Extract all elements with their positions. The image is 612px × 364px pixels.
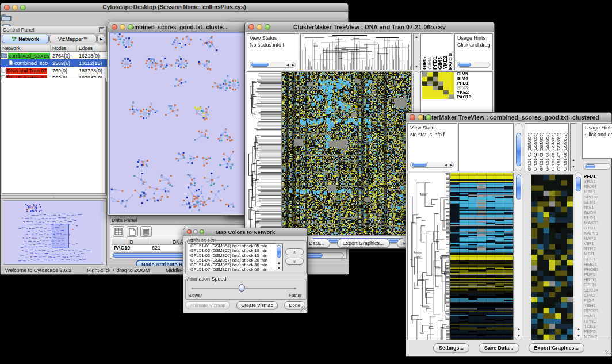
column-label[interactable]: GPL51-01 (GSM854) bbox=[527, 133, 533, 171]
tab-network[interactable]: Network bbox=[2, 35, 49, 43]
float-panel-icon[interactable] bbox=[99, 27, 104, 33]
column-label[interactable]: GPL51-02 (GSM855) bbox=[533, 133, 538, 171]
scroll-right-icon[interactable]: ▶ bbox=[450, 163, 453, 167]
gene-label[interactable]: GTB1 bbox=[584, 225, 611, 231]
network-row[interactable]: combined_scores 2764(0) 16218(0) bbox=[1, 52, 107, 59]
gene-label[interactable]: HMG1 bbox=[584, 262, 611, 267]
treeview-action-button[interactable]: Save Data... bbox=[479, 343, 519, 352]
gene-label[interactable]: HRD3 bbox=[584, 277, 611, 282]
gene-label[interactable]: MAK31 bbox=[584, 220, 611, 225]
gene-label[interactable]: PEP5 bbox=[584, 329, 611, 334]
scroll-up-icon[interactable]: ▲ bbox=[517, 327, 521, 331]
column-dendrogram-panel[interactable] bbox=[300, 33, 412, 70]
move-down-button[interactable]: ∨ bbox=[285, 258, 304, 265]
zoom-window-icon[interactable] bbox=[20, 5, 26, 10]
minimize-icon[interactable] bbox=[12, 5, 18, 10]
tv2-dendro-canvas[interactable] bbox=[408, 173, 449, 340]
close-icon[interactable] bbox=[112, 24, 117, 30]
scroll-up-icon[interactable]: ▲ bbox=[415, 35, 418, 39]
column-label[interactable]: GPL51-08 (GSM872) bbox=[563, 133, 568, 171]
zoom-window-icon[interactable] bbox=[200, 229, 204, 234]
resize-grip[interactable] bbox=[301, 306, 307, 312]
minimize-icon[interactable] bbox=[257, 24, 262, 30]
minimize-icon[interactable] bbox=[120, 24, 125, 30]
column-label[interactable]: GPL51-03 (GSM856) bbox=[539, 133, 545, 171]
gene-label[interactable]: MON2 bbox=[584, 334, 611, 339]
network-view-canvas-area[interactable] bbox=[109, 32, 246, 214]
scroll-down-icon[interactable]: ▼ bbox=[415, 65, 418, 68]
label-scroll-strip[interactable]: ▲ ▼ bbox=[570, 123, 576, 171]
gene-label[interactable]: PHO81 bbox=[584, 267, 611, 272]
gene-label[interactable]: YRA1 bbox=[584, 179, 611, 184]
treeview-action-button[interactable]: Export Graphics... bbox=[529, 343, 585, 352]
gene-label[interactable]: MSL1 bbox=[584, 189, 611, 194]
gene-label[interactable]: RPN1 bbox=[584, 319, 611, 324]
column-label[interactable]: GPL51-04 (GSM857) bbox=[545, 133, 550, 171]
gene-label[interactable]: ELG1 bbox=[584, 215, 611, 220]
new-attribute-icon[interactable] bbox=[127, 226, 138, 237]
minimize-icon[interactable] bbox=[193, 229, 198, 234]
row-label[interactable]: PAC10 bbox=[457, 95, 471, 99]
gene-label[interactable]: RNR4 bbox=[584, 184, 611, 189]
zoom-window-icon[interactable] bbox=[265, 24, 270, 30]
heatmap-vscrollbar[interactable]: ▲ ▼ bbox=[515, 173, 522, 340]
column-label[interactable]: GPL51-07 (GSM868) bbox=[556, 133, 562, 171]
attribute-list-vscrollbar[interactable]: ▲ ▼ bbox=[276, 243, 282, 271]
tv2-heatmap-canvas[interactable] bbox=[450, 173, 513, 340]
panel-divider-handle[interactable]: ⁃ bbox=[1, 195, 107, 199]
gene-label[interactable]: YSH1 bbox=[584, 303, 611, 308]
gene-label[interactable]: CPA2 bbox=[584, 293, 611, 298]
scroll-down-icon[interactable]: ▼ bbox=[277, 266, 281, 270]
row-dendrogram-panel[interactable] bbox=[407, 173, 450, 340]
gene-label[interactable]: SEC1 bbox=[584, 256, 611, 262]
gene-label[interactable]: GPI16 bbox=[584, 282, 611, 288]
scroll-up-icon[interactable]: ▲ bbox=[277, 261, 281, 265]
scroll-left-icon[interactable]: ◀ bbox=[286, 63, 289, 67]
scroll-down-icon[interactable]: ▼ bbox=[517, 334, 521, 338]
scroll-left-icon[interactable]: ◀ bbox=[445, 163, 447, 167]
gene-label[interactable]: PUF3 bbox=[584, 272, 611, 277]
network-list-empty-area[interactable] bbox=[2, 78, 106, 194]
column-dendrogram-panel[interactable] bbox=[458, 123, 514, 171]
tv2-zoomheat-canvas[interactable] bbox=[531, 175, 573, 340]
network-row[interactable]: combined_sco 2569(6) 13112(15) bbox=[1, 59, 107, 67]
zoom-window-icon[interactable] bbox=[426, 114, 431, 120]
gene-label[interactable]: RPO21 bbox=[584, 308, 611, 313]
tv1-miniheat-canvas[interactable] bbox=[422, 72, 454, 99]
gene-label[interactable]: TCB3 bbox=[584, 324, 611, 329]
gene-label[interactable]: SEC24 bbox=[584, 288, 611, 293]
tv1-topdendro-canvas[interactable] bbox=[301, 34, 411, 70]
heatmap-panel[interactable] bbox=[282, 71, 412, 236]
usage-hints-hscrollbar[interactable] bbox=[583, 163, 611, 170]
gene-label[interactable]: SPC98 bbox=[584, 194, 611, 200]
column-scroll-strip[interactable]: ▲ ▼ bbox=[413, 33, 419, 70]
zoom-window-icon[interactable] bbox=[128, 24, 133, 30]
scroll-down-icon[interactable]: ▼ bbox=[572, 165, 575, 168]
scroll-right-icon[interactable]: ▶ bbox=[292, 63, 294, 67]
minimize-icon[interactable] bbox=[418, 114, 423, 120]
zoom-heatmap-panel[interactable] bbox=[531, 174, 573, 340]
column-label[interactable]: GPL51-06 (GSM865) bbox=[550, 133, 556, 171]
close-icon[interactable] bbox=[248, 24, 254, 30]
treeview-action-button[interactable]: Settings... bbox=[433, 343, 469, 352]
network-row[interactable]: DNA and Tran 07 769(0) 183728(0) bbox=[1, 67, 107, 74]
network-table-header[interactable]: Network Nodes Edges bbox=[1, 45, 107, 52]
open-folder-icon[interactable] bbox=[1, 12, 12, 23]
gene-label[interactable]: MSI1 bbox=[584, 251, 611, 256]
top-vscrollbar[interactable] bbox=[515, 123, 522, 171]
overview-viewport-rect[interactable] bbox=[52, 224, 69, 248]
gene-label[interactable]: NTR2 bbox=[584, 246, 611, 251]
gene-label[interactable]: KAP95 bbox=[584, 231, 611, 236]
close-icon[interactable] bbox=[410, 114, 415, 120]
network-overview-panel[interactable] bbox=[3, 200, 104, 265]
table-icon[interactable] bbox=[113, 226, 124, 237]
tab-vizmapper[interactable]: VizMapper™ bbox=[49, 35, 97, 43]
close-icon[interactable] bbox=[187, 229, 192, 234]
usage-hints-hscrollbar[interactable] bbox=[457, 62, 490, 68]
gene-label[interactable]: PAN1 bbox=[584, 313, 611, 319]
tab-overflow-button[interactable]: ▶ bbox=[97, 35, 105, 43]
gene-label[interactable]: HAP3 bbox=[584, 236, 611, 241]
resize-grip[interactable] bbox=[605, 350, 611, 355]
gene-label[interactable]: CLN1 bbox=[584, 200, 611, 205]
gene-label[interactable]: VIP1 bbox=[584, 241, 611, 246]
